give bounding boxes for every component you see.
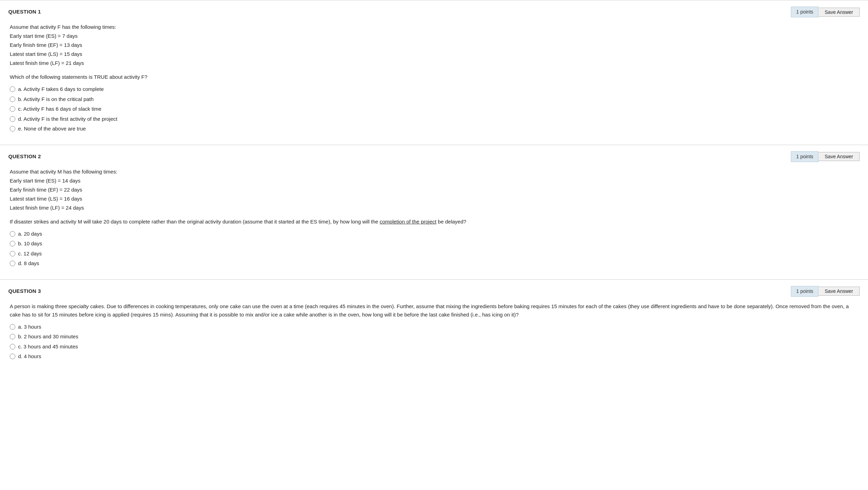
- option-item: b. 10 days: [10, 240, 858, 248]
- radio-q1d[interactable]: [10, 116, 15, 122]
- question-meta-1: 1 pointsSave Answer: [791, 7, 860, 17]
- question-text-3: A person is making three specialty cakes…: [10, 302, 858, 319]
- option-label-q1c[interactable]: c. Activity F has 6 days of slack time: [18, 105, 101, 113]
- option-label-q2a[interactable]: a. 20 days: [18, 230, 42, 238]
- question-title-1: QUESTION 1: [8, 8, 41, 16]
- option-label-q2c[interactable]: c. 12 days: [18, 250, 42, 258]
- preamble-line: Assume that activity M has the following…: [10, 168, 858, 176]
- option-label-q1b[interactable]: b. Activity F is on the critical path: [18, 95, 94, 103]
- option-item: d. 4 hours: [10, 353, 858, 361]
- option-label-q3a[interactable]: a. 3 hours: [18, 323, 41, 331]
- option-item: b. 2 hours and 30 minutes: [10, 333, 858, 341]
- question-preamble-2: Assume that activity M has the following…: [10, 168, 858, 212]
- question-block-3: QUESTION 31 pointsSave AnswerA person is…: [0, 279, 868, 372]
- radio-q1b[interactable]: [10, 96, 15, 102]
- question-text-1: Which of the following statements is TRU…: [10, 73, 858, 81]
- question-title-2: QUESTION 2: [8, 153, 41, 161]
- points-badge-3: 1 points: [791, 286, 818, 297]
- question-block-1: QUESTION 11 pointsSave AnswerAssume that…: [0, 0, 868, 145]
- option-item: d. 8 days: [10, 260, 858, 268]
- radio-q2d[interactable]: [10, 261, 15, 266]
- option-item: c. 3 hours and 45 minutes: [10, 343, 858, 351]
- radio-q2a[interactable]: [10, 231, 15, 237]
- save-answer-button-2[interactable]: Save Answer: [818, 152, 860, 161]
- option-item: d. Activity F is the first activity of t…: [10, 115, 858, 123]
- preamble-line: Early start time (ES) = 14 days: [10, 177, 858, 185]
- question-header-2: QUESTION 21 pointsSave Answer: [8, 151, 860, 162]
- page-container: QUESTION 11 pointsSave AnswerAssume that…: [0, 0, 868, 372]
- option-item: b. Activity F is on the critical path: [10, 95, 858, 103]
- preamble-line: Early start time (ES) = 7 days: [10, 32, 858, 40]
- preamble-line: Latest start time (LS) = 15 days: [10, 50, 858, 58]
- question-header-1: QUESTION 11 pointsSave Answer: [8, 7, 860, 17]
- radio-q3d[interactable]: [10, 354, 15, 359]
- radio-q2b[interactable]: [10, 241, 15, 246]
- option-label-q1d[interactable]: d. Activity F is the first activity of t…: [18, 115, 117, 123]
- question-preamble-1: Assume that activity F has the following…: [10, 23, 858, 67]
- radio-q2c[interactable]: [10, 251, 15, 256]
- preamble-line: Latest finish time (LF) = 21 days: [10, 59, 858, 67]
- question-body-2: Assume that activity M has the following…: [8, 168, 860, 268]
- save-answer-button-3[interactable]: Save Answer: [818, 287, 860, 296]
- preamble-line: Assume that activity F has the following…: [10, 23, 858, 31]
- option-label-q1e[interactable]: e. None of the above are true: [18, 125, 86, 133]
- question-meta-3: 1 pointsSave Answer: [791, 286, 860, 297]
- points-badge-1: 1 points: [791, 7, 818, 17]
- radio-q1a[interactable]: [10, 86, 15, 92]
- option-item: a. 3 hours: [10, 323, 858, 331]
- radio-q1c[interactable]: [10, 106, 15, 112]
- option-label-q1a[interactable]: a. Activity F takes 6 days to complete: [18, 85, 104, 93]
- option-label-q3d[interactable]: d. 4 hours: [18, 353, 41, 361]
- option-list-3: a. 3 hoursb. 2 hours and 30 minutesc. 3 …: [10, 323, 858, 361]
- option-item: c. Activity F has 6 days of slack time: [10, 105, 858, 113]
- option-item: e. None of the above are true: [10, 125, 858, 133]
- option-label-q2b[interactable]: b. 10 days: [18, 240, 42, 248]
- preamble-line: Early finish time (EF) = 13 days: [10, 41, 858, 49]
- points-badge-2: 1 points: [791, 151, 818, 162]
- option-list-1: a. Activity F takes 6 days to completeb.…: [10, 85, 858, 133]
- question-body-1: Assume that activity F has the following…: [8, 23, 860, 133]
- question-body-3: A person is making three specialty cakes…: [8, 302, 860, 361]
- radio-q1e[interactable]: [10, 126, 15, 132]
- underlined-text: completion of the project: [379, 219, 436, 225]
- save-answer-button-1[interactable]: Save Answer: [818, 8, 860, 17]
- radio-q3c[interactable]: [10, 344, 15, 349]
- radio-q3b[interactable]: [10, 334, 15, 339]
- option-item: a. 20 days: [10, 230, 858, 238]
- question-block-2: QUESTION 21 pointsSave AnswerAssume that…: [0, 145, 868, 279]
- preamble-line: Latest finish time (LF) = 24 days: [10, 204, 858, 212]
- option-label-q3c[interactable]: c. 3 hours and 45 minutes: [18, 343, 78, 351]
- option-list-2: a. 20 daysb. 10 daysc. 12 daysd. 8 days: [10, 230, 858, 268]
- option-label-q2d[interactable]: d. 8 days: [18, 260, 39, 268]
- question-text-2: If disaster strikes and activity M will …: [10, 218, 858, 226]
- question-meta-2: 1 pointsSave Answer: [791, 151, 860, 162]
- question-title-3: QUESTION 3: [8, 287, 41, 295]
- preamble-line: Early finish time (EF) = 22 days: [10, 186, 858, 194]
- option-label-q3b[interactable]: b. 2 hours and 30 minutes: [18, 333, 78, 341]
- option-item: a. Activity F takes 6 days to complete: [10, 85, 858, 93]
- option-item: c. 12 days: [10, 250, 858, 258]
- question-header-3: QUESTION 31 pointsSave Answer: [8, 286, 860, 297]
- radio-q3a[interactable]: [10, 324, 15, 330]
- preamble-line: Latest start time (LS) = 16 days: [10, 195, 858, 203]
